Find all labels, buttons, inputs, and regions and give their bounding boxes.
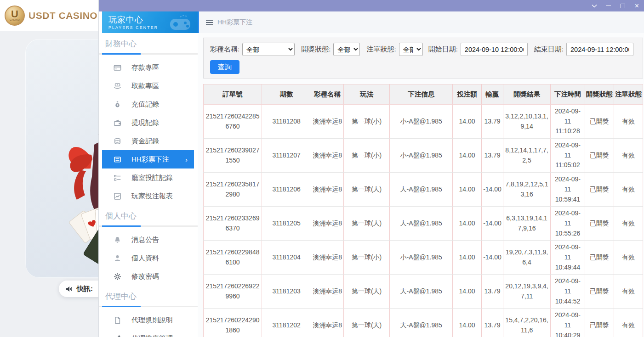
table-cell: 20,12,19,3,9,4,7,11 [503,275,550,309]
sidebar-item-withdrawal-record[interactable]: 提現記錄 [99,113,198,132]
sidebar-item-agent-promotion[interactable]: 代理推廣管理 [99,329,198,337]
query-button[interactable]: 查詢 [210,60,239,74]
window-minimize-button[interactable] [601,0,616,11]
table-cell: 19,20,7,3,11,9,6,4 [503,241,550,275]
table-cell: 31181206 [262,173,311,207]
sidebar-item-change-password[interactable]: 修改密碼 [99,267,198,286]
table-cell: 3,12,2,10,13,1,9,14 [503,105,550,139]
table-cell: 已開獎 [585,241,614,275]
sidebar-item-profile[interactable]: 個人資料 [99,249,198,267]
window-maximize-button[interactable] [616,0,630,11]
sidebar-header: 玩家中心 PLAYERS CENTER [102,11,198,33]
usdt-coin-logo-icon: U CASINO [5,6,25,26]
table-cell: 小-A盤@1.985 [390,139,453,173]
order-status-label: 注單狀態: [366,45,396,54]
minimize-icon [606,6,611,6]
sidebar-item-player-bet-report[interactable]: 玩家投注報表 [99,187,198,205]
draw-status-select[interactable]: 全部 [333,43,360,56]
table-cell: 2152172602358172980 [204,173,262,207]
share-icon [114,335,121,337]
table-cell: 2152172602422856760 [204,105,262,139]
sidebar-item-funds-record[interactable]: 資金記錄 [99,132,198,150]
bet-list-icon [114,156,121,163]
table-row: 215217260226922996031181203澳洲幸运8第一球(大)大-… [204,275,643,309]
withdraw-hand-icon [114,82,121,90]
hamburger-menu-icon[interactable] [206,20,213,25]
table-cell: 澳洲幸运8 [311,105,344,139]
report-chart-icon [114,192,121,200]
logo-bar: U CASINO USDT CASINO [0,0,98,31]
sidebar-item-hh-lottery-bets[interactable]: HH彩票下注 › [102,150,194,168]
sidebar-item-deposit-zone[interactable]: 存款專區 [99,58,198,77]
table-cell: 已開獎 [585,207,614,241]
table-cell: 小-A盤@1.985 [390,241,453,275]
sidebar-section-personal: 個人中心 消息公告 個人資料 修改密碼 [99,211,198,286]
start-date-label: 開始日期: [428,45,458,54]
table-cell: 2024-09-11 10:40:29 [551,309,585,337]
table-cell: 8,12,14,1,17,7,2,5 [503,139,550,173]
wallet-icon [114,119,121,127]
table-cell: 有效 [614,241,643,275]
table-row: 215217260239027155031181207澳洲幸运8第一球(小)小-… [204,139,643,173]
left-panel: U CASINO USDT CASINO [0,0,99,337]
table-cell: -14.00 [482,207,503,241]
order-status-select[interactable]: 全部 [399,43,423,56]
column-header: 開獎狀態 [585,84,614,105]
column-header: 彩種名稱 [311,84,344,105]
table-cell: 14.00 [453,309,482,337]
table-cell: 31181205 [262,207,311,241]
money-bag-icon: ¥ [114,101,121,108]
table-cell: 有效 [614,173,643,207]
window-collapse-button[interactable] [587,0,601,11]
table-cell: 14.00 [453,139,482,173]
table-cell: 有效 [614,275,643,309]
table-cell: 2024-09-11 10:59:41 [551,173,585,207]
speaker-icon [65,285,73,293]
table-cell: 第一球(大) [343,309,389,337]
table-cell: 14.00 [453,105,482,139]
table-cell: 小-A盤@1.985 [390,105,453,139]
column-header: 玩法 [343,84,389,105]
window-close-button[interactable]: × [630,0,644,11]
chevron-down-icon [592,4,597,8]
table-cell: 15,4,7,2,20,16,11,6 [503,309,550,337]
sidebar-item-announcements[interactable]: 消息公告 [99,230,198,249]
table-cell: 已開獎 [585,275,614,309]
sidebar-item-agent-rules[interactable]: 代理規則說明 [99,311,198,329]
table-cell: 14.00 [453,207,482,241]
table-cell: 大-A盤@1.985 [390,207,453,241]
table-cell: 第一球(大) [343,207,389,241]
column-header: 開獎結果 [503,84,550,105]
table-cell: 澳洲幸运8 [311,139,344,173]
sidebar-item-withdraw-zone[interactable]: 取款專區 [99,77,198,95]
ticker-label: 快訊: [77,285,93,293]
start-date-input[interactable] [461,43,528,56]
coins-icon [114,137,121,145]
table-cell: 6,3,13,19,14,17,9,16 [503,207,550,241]
table-row: 215217260233269637031181205澳洲幸运8第一球(大)大-… [204,207,643,241]
table-cell: 14.00 [453,241,482,275]
lottery-name-select[interactable]: 全部 [242,43,295,56]
end-date-input[interactable] [566,43,633,56]
table-cell: 13.79 [482,309,503,337]
table-cell: 7,8,19,2,12,5,13,16 [503,173,550,207]
table-cell: 澳洲幸运8 [311,207,344,241]
sidebar-item-room-bet-record[interactable]: 廳室投註記錄 [99,168,198,187]
coin-subtext: CASINO [10,18,20,21]
column-header: 注單狀態 [614,84,643,105]
sidebar: 玩家中心 PLAYERS CENTER 財務中心 存款 [99,11,198,337]
table-cell: 2024-09-11 11:10:28 [551,105,585,139]
gamepad-icon [164,14,194,33]
sidebar-section-finance: 財務中心 存款專區 取款專區 ¥ 充值記錄 [99,39,198,205]
person-icon [114,254,121,262]
column-header: 投注額 [453,84,482,105]
breadcrumb: HH彩票下注 [217,18,252,27]
section-divider [99,225,198,227]
sidebar-item-recharge-record[interactable]: ¥ 充值記錄 [99,95,198,113]
news-ticker: 快訊: [59,281,99,297]
table-cell: 已開獎 [585,105,614,139]
filter-panel: 彩種名稱: 全部 開獎狀態: 全部 注單狀態: 全部 開始日期: 結束日期: 查… [203,38,643,79]
table-cell: 2152172602332696370 [204,207,262,241]
brand-name: USDT CASINO [28,10,97,21]
table-cell: 有效 [614,105,643,139]
